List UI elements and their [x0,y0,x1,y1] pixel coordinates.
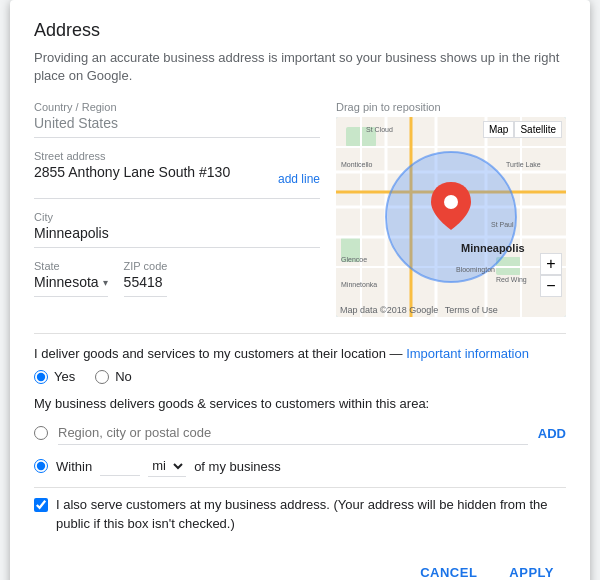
no-radio[interactable] [95,370,109,384]
zip-field-container: ZIP code 55418 [124,260,168,309]
serve-at-address-label: I also serve customers at my business ad… [56,496,566,532]
zip-value: 55418 [124,274,168,297]
state-label: State [34,260,108,272]
svg-point-18 [444,195,458,209]
important-info-link[interactable]: Important information [406,346,529,361]
country-value: United States [34,115,320,138]
region-input[interactable] [58,421,528,445]
checkbox-row: I also serve customers at my business ad… [34,487,566,540]
map-svg: Minneapolis St Cloud Cambridge Turtle La… [336,117,566,317]
deliver-radio-group: Yes No [34,369,566,384]
street-label: Street address [34,150,320,162]
svg-text:Red Wing: Red Wing [496,276,527,284]
city-label: City [34,211,320,223]
within-value-input[interactable]: 22 [100,456,140,476]
within-option-row: Within 22 mi km of my business [34,455,566,477]
svg-text:Minnetonka: Minnetonka [341,281,377,288]
map-data-credit: Map data ©2018 Google Terms of Use [340,305,498,315]
dialog-footer-actions: CANCEL APPLY [34,545,566,580]
address-fields: Country / Region United States Street ad… [34,101,320,317]
deliver-section: I deliver goods and services to my custo… [34,346,566,580]
svg-text:Monticello: Monticello [341,161,373,168]
within-radio[interactable] [34,459,48,473]
top-section: Country / Region United States Street ad… [34,101,566,317]
state-field-container: State Minnesota ▾ [34,260,108,309]
yes-radio-label[interactable]: Yes [34,369,75,384]
dialog-body: Address Providing an accurate business a… [10,0,590,580]
within-label: Within [56,459,92,474]
state-dropdown-arrow[interactable]: ▾ [103,277,108,288]
dialog-title: Address [34,20,566,41]
deliver-options: My business delivers goods & services to… [34,396,566,477]
add-region-button[interactable]: ADD [538,426,566,441]
cancel-button[interactable]: CANCEL [408,557,489,580]
state-select[interactable]: Minnesota ▾ [34,274,108,297]
map-area[interactable]: Minneapolis St Cloud Cambridge Turtle La… [336,117,566,317]
map-data-text: Map data ©2018 Google [340,305,438,315]
dialog-description: Providing an accurate business address i… [34,49,566,85]
region-option-row: ADD [34,421,566,445]
svg-text:Minneapolis: Minneapolis [461,242,525,254]
map-label: Drag pin to reposition [336,101,566,113]
map-type-controls: Map Satellite [483,121,562,138]
map-terms-link[interactable]: Terms of Use [445,305,498,315]
map-zoom-controls: + − [540,253,562,297]
map-type-satellite-button[interactable]: Satellite [514,121,562,138]
apply-button[interactable]: APPLY [497,557,566,580]
yes-radio[interactable] [34,370,48,384]
of-business-label: of my business [194,459,281,474]
deliver-text-label: I deliver goods and services to my custo… [34,346,403,361]
state-zip-row: State Minnesota ▾ ZIP code 55418 [34,260,320,309]
zip-label: ZIP code [124,260,168,272]
svg-text:Turtle Lake: Turtle Lake [506,161,541,168]
address-dialog: Address Providing an accurate business a… [10,0,590,580]
deliver-text: I deliver goods and services to my custo… [34,346,566,361]
zoom-out-button[interactable]: − [540,275,562,297]
state-value: Minnesota [34,274,99,290]
svg-text:St Paul: St Paul [491,221,514,228]
serve-at-address-checkbox[interactable] [34,498,48,512]
unit-select[interactable]: mi km [148,455,186,477]
divider-1 [34,333,566,334]
map-container: Drag pin to reposition [336,101,566,317]
zoom-in-button[interactable]: + [540,253,562,275]
city-value: Minneapolis [34,225,320,248]
no-radio-label[interactable]: No [95,369,132,384]
svg-text:Bloomington: Bloomington [456,266,495,274]
svg-text:St Cloud: St Cloud [366,126,393,133]
svg-text:Glencoe: Glencoe [341,256,367,263]
no-label: No [115,369,132,384]
country-label: Country / Region [34,101,320,113]
region-radio[interactable] [34,426,48,440]
yes-label: Yes [54,369,75,384]
map-type-map-button[interactable]: Map [483,121,514,138]
deliver-options-title: My business delivers goods & services to… [34,396,566,411]
